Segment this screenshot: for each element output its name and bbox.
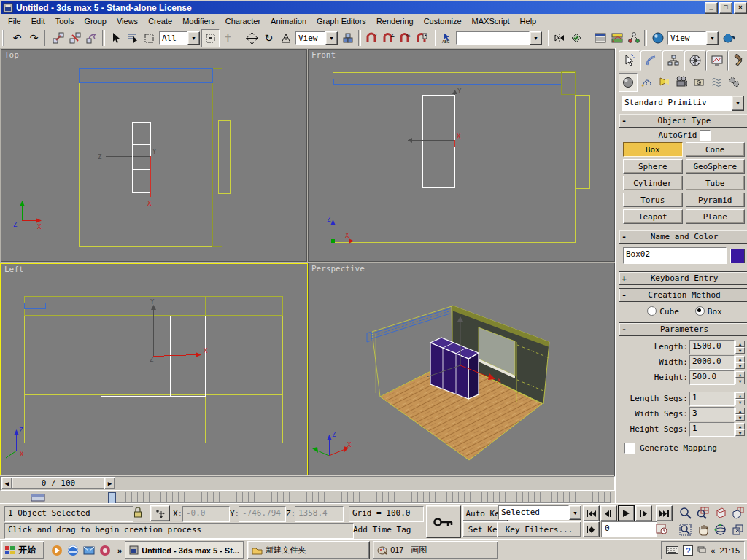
category-dropdown[interactable]: Standard Primitiv ▼	[622, 96, 744, 111]
sphere-button[interactable]: Sphere	[623, 159, 683, 174]
named-selections-icon[interactable]: ABC	[438, 30, 454, 47]
region-zoom-icon[interactable]	[677, 521, 694, 538]
current-frame-marker[interactable]	[108, 492, 116, 504]
tab-display[interactable]	[706, 50, 728, 71]
cone-button[interactable]: Cone	[686, 142, 746, 157]
cylinder-button[interactable]: Cylinder	[623, 176, 683, 190]
media-player-icon[interactable]	[50, 544, 63, 557]
coord-z-field[interactable]: 1358.4	[295, 506, 344, 522]
outlook-icon[interactable]	[82, 544, 96, 557]
keyboard-icon[interactable]	[666, 546, 678, 554]
geosphere-button[interactable]: GeoSphere	[686, 159, 746, 174]
select-rotate-icon[interactable]: ↻	[260, 30, 277, 47]
min-max-toggle-icon[interactable]	[729, 521, 746, 538]
menu-group[interactable]: Group	[79, 15, 112, 27]
menu-create[interactable]: Create	[143, 15, 177, 27]
key-filters-button[interactable]: Key Filters...	[497, 521, 581, 537]
menu-customize[interactable]: Customize	[419, 15, 467, 27]
chevron-down-icon[interactable]: ▼	[706, 31, 719, 45]
key-mode-toggle[interactable]	[583, 521, 600, 537]
angle-snap-icon[interactable]: ∠	[380, 30, 397, 47]
tube-button[interactable]: Tube	[686, 176, 746, 190]
collapse-icon[interactable]: -	[619, 232, 629, 241]
spinner-snap-icon[interactable]: ▲	[414, 30, 430, 47]
add-time-tag[interactable]: Add Time Tag	[353, 524, 411, 534]
material-editor-icon[interactable]	[649, 30, 666, 47]
play-button[interactable]	[618, 505, 635, 521]
tab-modify[interactable]	[640, 50, 662, 71]
mirror-icon[interactable]	[551, 30, 568, 47]
menu-maxscript[interactable]: MAXScript	[467, 15, 515, 27]
minimize-button[interactable]: _	[705, 2, 718, 14]
viewport-perspective[interactable]: Perspective	[308, 262, 615, 476]
rollout-parameters-header[interactable]: - Parameters	[619, 322, 747, 336]
redo-icon[interactable]: ↷	[26, 30, 42, 47]
object-color-swatch[interactable]	[730, 249, 745, 263]
time-config-icon[interactable]	[654, 521, 669, 536]
height-field[interactable]: 500.0	[689, 370, 735, 385]
start-button[interactable]: 开始	[1, 541, 44, 559]
task-folder[interactable]: 新建文件夹	[247, 541, 370, 559]
coord-y-field[interactable]: -746.794	[239, 506, 286, 522]
go-to-start-button[interactable]	[583, 505, 600, 521]
select-object-icon[interactable]	[107, 30, 124, 47]
menu-animation[interactable]: Animation	[266, 15, 311, 27]
length-segs-spinner[interactable]: ▲▼	[735, 392, 745, 405]
width-segs-field[interactable]: 3	[689, 407, 735, 421]
tab-hierarchy[interactable]	[662, 50, 684, 71]
menu-edit[interactable]: Edit	[26, 15, 50, 27]
go-to-end-button[interactable]	[656, 505, 673, 521]
viewport-perspective-label[interactable]: Perspective	[311, 264, 365, 273]
chevron-down-icon[interactable]: ▼	[569, 505, 581, 520]
tab-utilities[interactable]	[728, 50, 747, 71]
cameras-icon[interactable]	[673, 73, 690, 90]
menu-modifiers[interactable]: Modifiers	[177, 15, 220, 27]
selection-lock-icon[interactable]	[133, 507, 143, 518]
expand-icon[interactable]: +	[619, 273, 629, 283]
viewport-top[interactable]: Top Z Y X Z	[1, 49, 307, 262]
zoom-extents-icon[interactable]	[712, 505, 729, 521]
quick-launch-overflow[interactable]: »	[117, 546, 122, 555]
curve-editor-icon[interactable]	[608, 30, 625, 47]
cube-radio[interactable]: Cube	[647, 306, 679, 316]
maximize-button[interactable]: □	[719, 2, 732, 14]
task-paint[interactable]: 017 - 画图	[373, 541, 498, 559]
tab-create[interactable]	[619, 50, 640, 71]
collapse-tray-chevron[interactable]: «	[711, 546, 715, 555]
rollout-creation-method-header[interactable]: - Creation Method	[619, 288, 747, 302]
close-button[interactable]: ×	[734, 2, 747, 14]
previous-frame-button[interactable]	[600, 505, 617, 521]
length-field[interactable]: 1500.0	[689, 340, 735, 354]
help-tray-icon[interactable]: ?	[683, 545, 693, 556]
key-selection-dropdown[interactable]: Selected ▼	[498, 505, 581, 520]
width-segs-spinner[interactable]: ▲▼	[735, 408, 745, 420]
spacewarps-icon[interactable]	[708, 73, 725, 90]
zoom-all-icon[interactable]	[694, 505, 711, 521]
menu-help[interactable]: Help	[515, 15, 542, 27]
undo-icon[interactable]: ↶	[9, 30, 26, 47]
helpers-icon[interactable]	[690, 73, 708, 90]
zoom-icon[interactable]	[677, 505, 694, 521]
next-frame-button[interactable]	[635, 505, 652, 521]
collapse-icon[interactable]: -	[619, 324, 629, 334]
current-frame-field[interactable]: 0	[601, 521, 657, 537]
viewport-left-label[interactable]: Left	[4, 265, 24, 274]
length-segs-field[interactable]: 1	[689, 392, 735, 406]
render-type-dropdown[interactable]: View ▼	[667, 31, 719, 45]
tab-motion[interactable]	[684, 50, 706, 71]
chevron-down-icon[interactable]: ▼	[732, 96, 744, 111]
menu-tools[interactable]: Tools	[50, 15, 80, 27]
mini-curve-editor-icon[interactable]	[31, 494, 48, 502]
length-spinner[interactable]: ▲▼	[735, 341, 745, 353]
align-icon[interactable]	[568, 30, 584, 47]
chevron-down-icon[interactable]: ▼	[530, 31, 542, 45]
rollout-object-type-header[interactable]: - Object Type	[619, 114, 747, 128]
coord-x-field[interactable]: -0.0	[182, 506, 230, 522]
track-view-icon[interactable]	[592, 30, 608, 47]
collapse-icon[interactable]: -	[619, 290, 629, 300]
quick-render-icon[interactable]	[720, 30, 737, 47]
height-segs-spinner[interactable]: ▲▼	[735, 423, 745, 435]
schematic-view-icon[interactable]	[625, 30, 642, 47]
teapot-button[interactable]: Teapot	[623, 209, 683, 224]
selection-filter-dropdown[interactable]: All ▼	[159, 31, 200, 45]
